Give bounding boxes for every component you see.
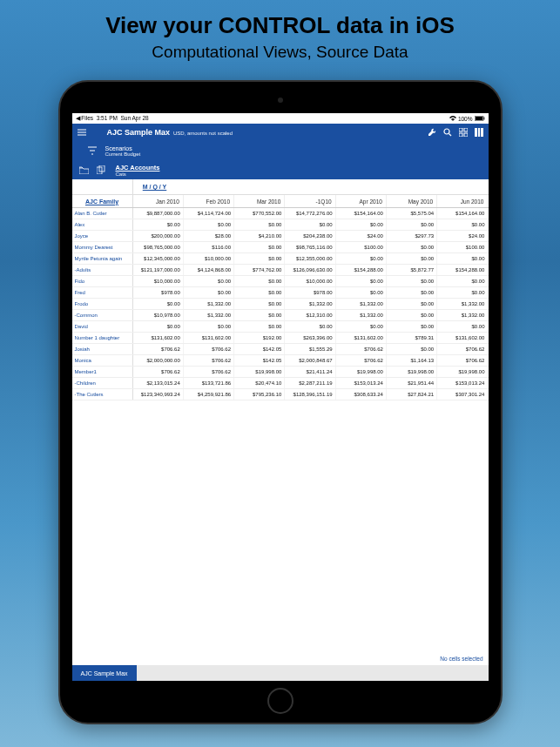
table-row[interactable]: -Common$10,978.00$1,332.00$0.00$12,310.0… [72,310,489,321]
cell[interactable]: $0.00 [387,321,437,332]
table-row[interactable]: Myrtle Petunia again$12,345,000.00$10,00… [72,253,489,265]
cell[interactable]: $27,824.21 [387,389,437,400]
table-row[interactable]: -The Cutlers$123,340,993.24$4,259,921.86… [72,389,489,400]
mqy-toggle[interactable]: M / Q / Y [133,184,177,190]
cell[interactable]: $154,164.00 [336,208,387,219]
cell[interactable]: $0.00 [387,253,437,264]
cell[interactable]: $0.00 [184,276,234,286]
cell[interactable]: $153,013.24 [336,378,387,388]
row-label[interactable]: Myrtle Petunia again [72,253,133,264]
cell[interactable]: $0.00 [437,287,488,298]
row-label[interactable]: -Common [72,310,133,320]
cell[interactable]: $19,998.00 [437,367,488,377]
cell[interactable]: $789.31 [387,333,437,343]
cell[interactable]: $20,474.10 [234,378,285,388]
cell[interactable]: $10,000.00 [133,276,184,286]
cell[interactable]: $0.00 [437,276,488,286]
cell[interactable]: $0.00 [437,253,488,264]
accounts-label[interactable]: AJC Accounts [116,164,160,172]
cell[interactable]: $1,332.00 [184,299,234,309]
cell[interactable]: $706.62 [336,344,387,354]
cell[interactable]: $706.62 [184,344,234,354]
back-label[interactable]: ◀ Files [76,115,94,121]
cell[interactable]: $0.00 [285,219,335,230]
row-label[interactable]: Number 1 daughter [72,333,133,343]
copy-icon[interactable] [97,165,109,174]
cell[interactable]: $774,762.00 [234,265,285,275]
table-row[interactable]: David$0.00$0.00$0.00$0.00$0.00$0.00$0.00 [72,321,489,333]
cell[interactable]: $21,951.44 [387,378,437,388]
table-row[interactable]: Mommy Dearest$98,765,000.00$116.00$0.00$… [72,242,489,253]
cell[interactable]: $12,355,000.00 [285,253,335,264]
cell[interactable]: $297.73 [387,231,437,241]
menu-icon[interactable] [78,128,86,137]
table-row[interactable]: Alan B. Cutler$9,887,000.00$4,114,724.00… [72,208,489,219]
table-row[interactable]: -Adults$121,197,000.00$4,124,868.00$774,… [72,265,489,276]
cell[interactable]: $2,000,848.67 [285,355,335,366]
col-header[interactable]: May 2010 [387,195,437,207]
filter-icon[interactable] [88,146,105,155]
cell[interactable]: $0.00 [234,310,285,320]
cell[interactable]: $131,602.00 [133,333,184,343]
col-header[interactable]: Jun 2010 [437,195,488,207]
cell[interactable]: $5,575.04 [387,208,437,219]
row-label[interactable]: -The Cutlers [72,389,133,400]
cell[interactable]: $1,164.13 [387,355,437,366]
cell[interactable]: $153,013.24 [437,378,488,388]
cell[interactable]: $978.00 [133,287,184,298]
cell[interactable]: $1,332.00 [437,310,488,320]
cell[interactable]: $98,765,116.00 [285,242,335,252]
cell[interactable]: $14,772,276.00 [285,208,335,219]
cell[interactable]: $0.00 [184,287,234,298]
table-row[interactable]: Number 1 daughter$131,602.00$131,602.00$… [72,333,489,344]
row-label[interactable]: -Children [72,378,133,388]
cell[interactable]: $10,978.00 [133,310,184,320]
row-label[interactable]: -Adults [72,265,133,275]
cell[interactable]: $706.62 [184,367,234,377]
cell[interactable]: $116.00 [184,242,234,252]
cell[interactable]: $12,310.00 [285,310,335,320]
cell[interactable]: $19,998.00 [387,367,437,377]
cell[interactable]: $4,124,868.00 [184,265,234,275]
table-row[interactable]: Fred$978.00$0.00$0.00$978.00$0.00$0.00$0… [72,287,489,299]
cell[interactable]: $154,288.00 [437,265,488,275]
cell[interactable]: $4,259,921.86 [184,389,234,400]
col-header[interactable]: Apr 2010 [336,195,387,207]
cell[interactable]: $100.00 [437,242,488,252]
row-label[interactable]: Member1 [72,367,133,377]
cell[interactable]: $0.00 [234,287,285,298]
cell[interactable]: $0.00 [234,219,285,230]
cell[interactable]: $0.00 [387,310,437,320]
cell[interactable]: $706.62 [437,344,488,354]
columns-icon[interactable] [475,128,483,137]
cell[interactable]: $24.00 [336,231,387,241]
scenarios-row[interactable]: Scenarios Current Budget [72,141,489,160]
table-row[interactable]: Alex$0.00$0.00$0.00$0.00$0.00$0.00$0.00 [72,219,489,231]
cell[interactable]: $12,345,000.00 [133,253,184,264]
grid-icon[interactable] [459,128,468,137]
cell[interactable]: $0.00 [133,321,184,332]
cell[interactable]: $21,411.24 [285,367,335,377]
ipad-home-button[interactable] [267,688,293,714]
table-row[interactable]: Frodo$0.00$1,332.00$0.00$1,332.00$1,332.… [72,299,489,310]
cell[interactable]: $0.00 [387,287,437,298]
cell[interactable]: $263,396.00 [285,333,335,343]
cell[interactable]: $2,287,211.19 [285,378,335,388]
cell[interactable]: $706.62 [133,367,184,377]
cell[interactable]: $0.00 [133,299,184,309]
cell[interactable]: $307,301.24 [437,389,488,400]
col-header[interactable]: Jan 2010 [133,195,184,207]
cell[interactable]: $0.00 [184,219,234,230]
cell[interactable]: $19,998.00 [336,367,387,377]
table-row[interactable]: Fido$10,000.00$0.00$0.00$10,000.00$0.00$… [72,276,489,287]
cell[interactable]: $706.62 [133,344,184,354]
row-label[interactable]: Monica [72,355,133,366]
cell[interactable]: $1,332.00 [336,299,387,309]
cell[interactable]: $142.05 [234,344,285,354]
cell[interactable]: $0.00 [285,321,335,332]
cell[interactable]: $9,887,000.00 [133,208,184,219]
cell[interactable]: $131,602.00 [184,333,234,343]
cell[interactable]: $2,000,000.00 [133,355,184,366]
cell[interactable]: $121,197,000.00 [133,265,184,275]
cell[interactable]: $706.62 [336,355,387,366]
